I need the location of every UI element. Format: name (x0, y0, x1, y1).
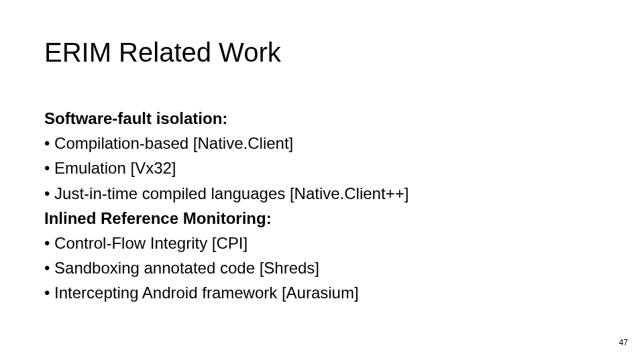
section-heading-1: Software-fault isolation: (44, 106, 409, 131)
bullet-item: • Intercepting Android framework [Aurasi… (44, 280, 409, 305)
bullet-item: • Control-Flow Integrity [CPI] (44, 231, 409, 255)
section-heading-2: Inlined Reference Monitoring: (44, 206, 409, 231)
slide-title: ERIM Related Work (44, 38, 281, 68)
bullet-item: • Compilation-based [Native.Client] (44, 131, 409, 156)
slide: ERIM Related Work Software-fault isolati… (0, 0, 644, 362)
bullet-item: • Just-in-time compiled languages [Nativ… (44, 181, 409, 206)
page-number: 47 (619, 338, 628, 347)
bullet-item: • Sandboxing annotated code [Shreds] (44, 255, 409, 280)
slide-body: Software-fault isolation: • Compilation-… (44, 106, 409, 306)
bullet-item: • Emulation [Vx32] (44, 156, 409, 180)
